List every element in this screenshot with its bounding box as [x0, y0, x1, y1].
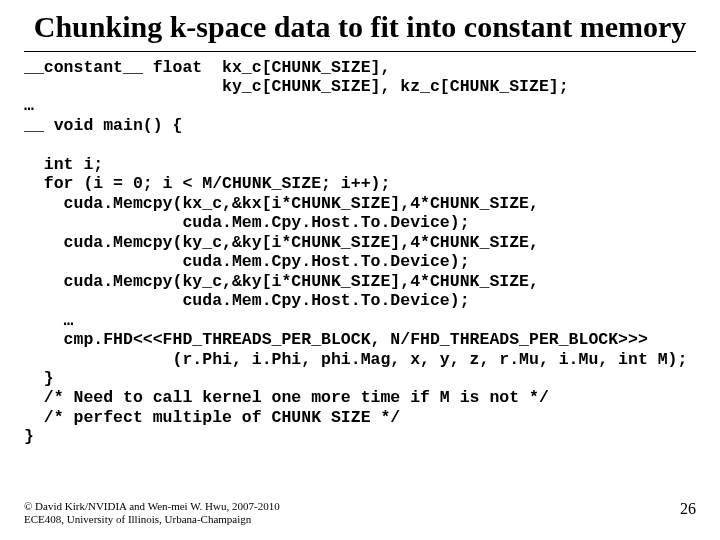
code-block: __constant__ float kx_c[CHUNK_SIZE], ky_…: [24, 58, 696, 447]
slide: Chunking k-space data to fit into consta…: [0, 0, 720, 540]
footer: © David Kirk/NVIDIA and Wen-mei W. Hwu, …: [24, 500, 280, 526]
slide-title: Chunking k-space data to fit into consta…: [24, 10, 696, 45]
page-number: 26: [680, 500, 696, 518]
footer-line-1: © David Kirk/NVIDIA and Wen-mei W. Hwu, …: [24, 500, 280, 513]
title-divider: [24, 51, 696, 52]
footer-line-2: ECE408, University of Illinois, Urbana-C…: [24, 513, 280, 526]
